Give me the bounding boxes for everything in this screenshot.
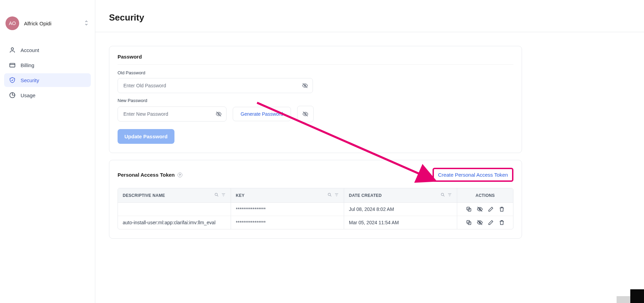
- password-card: Password Old Password New Password: [109, 46, 522, 153]
- sidebar-item-account[interactable]: Account: [4, 43, 91, 57]
- edit-icon[interactable]: [488, 206, 494, 212]
- create-pat-highlight: Create Personal Access Token: [433, 168, 513, 182]
- trash-icon[interactable]: [499, 206, 505, 212]
- col-date: DATE CREATED: [349, 193, 382, 198]
- svg-point-7: [441, 193, 443, 195]
- overlay-decoration: [617, 296, 630, 303]
- edit-icon[interactable]: [488, 219, 494, 226]
- cell-name: auto-install-user:ml:app:clarifai:imv:ll…: [118, 216, 231, 229]
- user-name: Alfrick Opidi: [24, 21, 84, 26]
- eye-off-icon[interactable]: [302, 83, 308, 89]
- chart-icon: [9, 92, 16, 99]
- new-password-input[interactable]: [118, 106, 227, 122]
- new-password-label: New Password: [118, 98, 513, 103]
- card-title: Password: [118, 54, 142, 60]
- search-icon[interactable]: [440, 192, 445, 198]
- eye-off-icon[interactable]: [477, 219, 483, 226]
- avatar: AO: [5, 16, 19, 30]
- password-visibility-button[interactable]: [297, 106, 314, 122]
- overlay-decoration: [630, 289, 644, 303]
- copy-icon[interactable]: [466, 219, 472, 226]
- table-header: DESCRIPTIVE NAME KEY: [118, 188, 513, 203]
- svg-point-5: [215, 193, 217, 195]
- cell-key: ****************: [231, 216, 344, 229]
- filter-icon[interactable]: [447, 192, 452, 198]
- create-pat-link[interactable]: Create Personal Access Token: [438, 172, 508, 178]
- sidebar-item-label: Billing: [21, 62, 34, 68]
- cell-date: Jul 08, 2024 8:02 AM: [344, 203, 457, 216]
- col-key: KEY: [236, 193, 245, 198]
- cell-name: [118, 203, 231, 216]
- generate-password-button[interactable]: Generate Password: [233, 107, 291, 121]
- user-icon: [9, 47, 16, 53]
- copy-icon[interactable]: [466, 206, 472, 212]
- sidebar-item-label: Account: [21, 47, 39, 53]
- svg-rect-1: [10, 63, 15, 67]
- col-name: DESCRIPTIVE NAME: [123, 193, 165, 198]
- cell-key: ****************: [231, 203, 344, 216]
- trash-icon[interactable]: [499, 219, 505, 226]
- sidebar-item-label: Usage: [21, 92, 35, 98]
- sidebar-item-security[interactable]: Security: [4, 73, 91, 87]
- user-switcher[interactable]: AO Alfrick Opidi: [4, 14, 91, 33]
- update-password-button[interactable]: Update Password: [118, 129, 174, 144]
- card-title: Personal Access Token ?: [118, 172, 182, 178]
- pat-card: Personal Access Token ? Create Personal …: [109, 160, 522, 239]
- old-password-input[interactable]: [118, 78, 313, 93]
- eye-off-icon[interactable]: [477, 206, 483, 212]
- col-actions: ACTIONS: [457, 188, 513, 202]
- filter-icon[interactable]: [334, 192, 339, 198]
- filter-icon[interactable]: [221, 192, 226, 198]
- search-icon[interactable]: [327, 192, 332, 198]
- eye-off-icon[interactable]: [216, 111, 222, 117]
- page-title: Security: [109, 12, 630, 23]
- cell-date: Mar 05, 2024 11:54 AM: [344, 216, 457, 229]
- help-icon[interactable]: ?: [178, 173, 182, 177]
- sidebar-item-billing[interactable]: Billing: [4, 58, 91, 72]
- svg-point-0: [11, 48, 14, 50]
- sidebar-item-label: Security: [21, 77, 39, 83]
- sidebar-nav: Account Billing Security Usage: [4, 43, 91, 102]
- table-row: auto-install-user:ml:app:clarifai:imv:ll…: [118, 216, 513, 229]
- table-row: **************** Jul 08, 2024 8:02 AM: [118, 203, 513, 216]
- sidebar: AO Alfrick Opidi Account Billing: [0, 0, 95, 303]
- pat-table: DESCRIPTIVE NAME KEY: [118, 188, 513, 229]
- svg-point-6: [328, 193, 330, 195]
- page-header: Security: [95, 0, 644, 32]
- shield-icon: [9, 77, 16, 84]
- old-password-label: Old Password: [118, 70, 513, 75]
- sidebar-item-usage[interactable]: Usage: [4, 88, 91, 102]
- search-icon[interactable]: [214, 192, 219, 198]
- chevron-up-down-icon: [84, 20, 89, 27]
- main: Security Password Old Password New: [95, 0, 644, 303]
- card-icon: [9, 62, 16, 68]
